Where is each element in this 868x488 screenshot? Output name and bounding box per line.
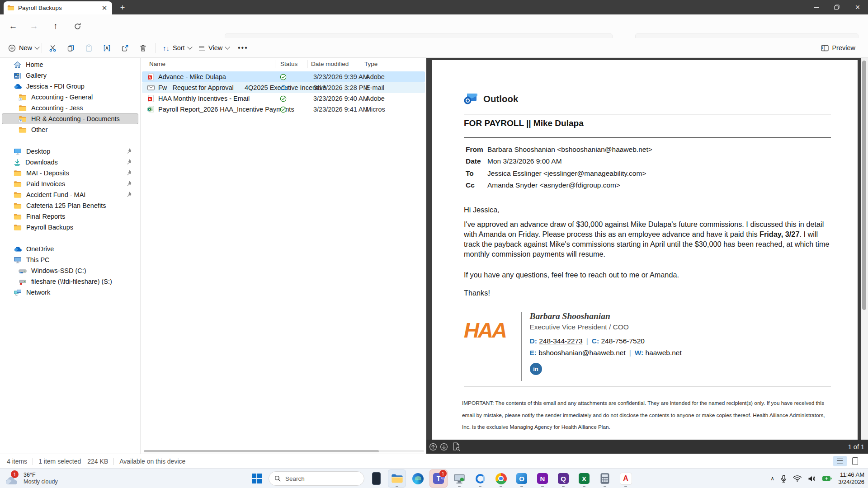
pc-icon [14, 257, 22, 263]
acrobat-icon[interactable]: A [617, 469, 635, 488]
q-app-icon[interactable]: Q [554, 469, 572, 488]
file-row-payroll-report-2026[interactable]: X Payroll Report_2026 HAA_Incentive Paym… [142, 104, 425, 115]
new-tab-button[interactable]: + [117, 2, 128, 13]
file-row-advance-mike-dulapa[interactable]: A Advance - Mike Dulapa 3/23/2026 9:39 A… [142, 71, 425, 82]
minimize-button[interactable] [806, 0, 826, 14]
sidebar-item-downloads[interactable]: Downloads [2, 157, 138, 168]
taskbar: 1 36°F Mostly cloudy [0, 468, 868, 488]
pin-icon [126, 148, 132, 154]
phone-link-app-icon[interactable] [367, 469, 385, 488]
items-count: 4 items [7, 458, 27, 465]
start-button[interactable] [248, 469, 266, 488]
status-synced-icon [280, 106, 287, 113]
sidebar-item-accounting-general[interactable]: Accounting - General [2, 92, 138, 103]
remote-desktop-icon[interactable] [450, 469, 468, 488]
delete-button[interactable] [136, 40, 151, 56]
cut-button[interactable] [45, 40, 60, 56]
sidebar-item-windows-ssd-c[interactable]: Windows-SSD (C:) [2, 265, 138, 276]
column-header-name[interactable]: Name [149, 58, 165, 70]
rename-button[interactable] [99, 40, 114, 56]
more-options-button[interactable]: ••• [234, 40, 252, 56]
sort-button[interactable]: ↑↓ Sort [159, 40, 195, 56]
sidebar-item-fileshare-drive[interactable]: fileshare (\\fdi-fileshare) (S:) [2, 276, 138, 287]
wifi-icon[interactable] [793, 475, 802, 482]
divider [464, 386, 831, 387]
volume-icon[interactable] [808, 475, 816, 482]
file-row-fw-request-for-approval[interactable]: Fw_ Request for Approval __ 4Q2025 Execu… [142, 82, 425, 93]
file-row-haa-monthly-incentives-email[interactable]: A HAA Monthly Incentives - Email 3/23/20… [142, 93, 425, 104]
sidebar-item-network[interactable]: Network [2, 287, 138, 298]
column-header-date-modified[interactable]: Date modified [311, 58, 349, 70]
new-button[interactable]: New [5, 40, 42, 56]
sidebar-item-mai-deposits[interactable]: MAI - Deposits [2, 168, 138, 178]
find-in-page-icon[interactable] [453, 442, 460, 451]
windows-logo-icon [252, 474, 262, 483]
back-icon[interactable]: ← [5, 19, 21, 34]
weather-widget[interactable]: 1 36°F Mostly cloudy [5, 469, 58, 488]
restore-button[interactable] [826, 0, 847, 14]
sidebar-item-paid-invoices[interactable]: Paid Invoices [2, 178, 138, 189]
sidebar-item-jessica-fdi-group[interactable]: Jessica - FDI Group [2, 81, 138, 92]
onenote-icon[interactable]: N [533, 469, 552, 488]
preview-toggle-button[interactable]: Preview [817, 40, 859, 56]
sidebar-item-other[interactable]: Other [2, 124, 138, 135]
window-controls: × [806, 0, 868, 14]
cloud-icon [14, 246, 22, 252]
column-header-type[interactable]: Type [364, 58, 377, 70]
pin-icon [126, 159, 132, 164]
pdf-page: Outlook FOR PAYROLL || Mike Dulapa FromB… [432, 60, 858, 440]
scrollbar-thumb[interactable] [144, 450, 379, 452]
chrome-icon[interactable] [492, 469, 510, 488]
sidebar-item-onedrive[interactable]: OneDrive [2, 244, 138, 254]
sidebar-item-gallery[interactable]: Gallery [2, 70, 138, 81]
hidden-icons-chevron-icon[interactable]: ∧ [770, 475, 774, 482]
view-button[interactable]: View [195, 40, 233, 56]
outlook-icon[interactable]: O [513, 469, 531, 488]
horizontal-scrollbar[interactable] [144, 450, 424, 452]
microphone-icon[interactable] [781, 475, 787, 483]
signature-phones: D: 248-344-2273|C: 248-756-7520 [530, 337, 682, 345]
preview-scrollbar[interactable] [861, 58, 868, 440]
refresh-icon[interactable] [70, 19, 85, 34]
file-explorer-icon[interactable] [388, 469, 406, 488]
phone-link[interactable]: 248-344-2273 [539, 337, 583, 345]
up-icon[interactable]: ↑ [48, 19, 63, 34]
more-icon: ••• [238, 44, 248, 52]
window-tab[interactable]: Payroll Backups ✕ [4, 1, 112, 14]
email-header-from: FromBarbara Shooshanian <bshooshanian@ha… [466, 145, 652, 154]
sidebar-item-accounting-jess[interactable]: Accounting - Jess [2, 103, 138, 113]
taskbar-search[interactable] [269, 471, 364, 486]
details-view-toggle[interactable] [833, 456, 847, 466]
close-button[interactable]: × [847, 0, 868, 14]
page-up-icon[interactable] [429, 443, 437, 451]
navigation-bar: ← → ↑ OneDrive › Jessica - FDI Group › H… [0, 14, 868, 38]
sidebar-item-payroll-backups[interactable]: Payroll Backups [2, 222, 138, 233]
sidebar-item-accident-fund-mai[interactable]: Accident Fund - MAI [2, 189, 138, 200]
teams-icon[interactable]: 1 T [429, 469, 448, 488]
sidebar-item-hr-accounting-documents[interactable]: HR & Accounting - Documents [2, 113, 138, 124]
battery-charging-icon[interactable] [822, 475, 832, 482]
weather-desc: Mostly cloudy [24, 479, 58, 485]
excel-icon[interactable]: X [575, 469, 593, 488]
sidebar-item-home[interactable]: Home [2, 59, 138, 70]
taskbar-search-input[interactable] [284, 475, 354, 483]
ring-logo-app-icon[interactable] [471, 469, 489, 488]
share-button[interactable] [118, 40, 132, 56]
scrollbar-thumb[interactable] [862, 61, 866, 310]
preview-view-toggle[interactable] [848, 456, 862, 466]
outlook-brand: Outlook [464, 93, 835, 105]
clock[interactable]: 11:46 AM 3/24/2026 [838, 471, 864, 486]
paste-button [81, 40, 96, 56]
column-header-status[interactable]: Status [280, 58, 297, 70]
haa-logo: HAA [464, 318, 518, 381]
calculator-icon[interactable] [596, 469, 614, 488]
sidebar-item-final-reports[interactable]: Final Reports [2, 211, 138, 222]
sidebar-item-cafeteria-125-plan-benefits[interactable]: Cafeteria 125 Plan Benefits [2, 200, 138, 211]
tab-close-icon[interactable]: ✕ [100, 4, 108, 12]
sidebar-item-desktop[interactable]: Desktop [2, 146, 138, 157]
linkedin-icon[interactable]: in [530, 363, 542, 375]
sidebar-item-this-pc[interactable]: This PC [2, 254, 138, 265]
copy-button[interactable] [63, 40, 78, 56]
page-down-icon[interactable] [440, 443, 448, 451]
edge-icon[interactable] [409, 469, 427, 488]
